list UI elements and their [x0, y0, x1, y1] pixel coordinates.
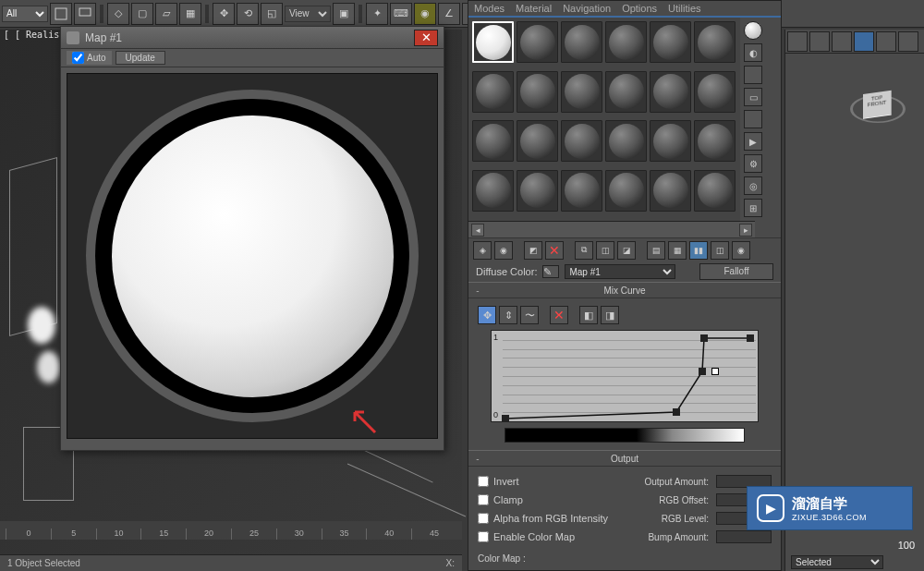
scale-point-icon[interactable]: ⇕ [499, 306, 517, 324]
selection-filter-dropdown[interactable]: All [2, 6, 48, 22]
sample-slot[interactable] [605, 170, 647, 212]
add-point-icon[interactable]: 〜 [520, 306, 539, 324]
make-preview-icon[interactable]: ▶ [744, 132, 762, 151]
selection-set-dropdown[interactable]: Selected [791, 555, 883, 569]
snap-edge-icon[interactable]: ▢ [131, 3, 153, 25]
sample-hscrollbar[interactable]: ◂ ▸ [468, 221, 755, 237]
map-type-button[interactable]: Falloff [699, 263, 773, 280]
backlight-icon[interactable]: ◐ [744, 43, 762, 62]
curve-point[interactable] [673, 408, 680, 416]
assign-material-icon[interactable]: ◩ [524, 241, 542, 260]
viewcube[interactable]: TOPFRONT [850, 81, 906, 137]
go-forward-icon[interactable]: ◉ [732, 241, 750, 260]
snap-toggle-icon[interactable]: ◉ [414, 3, 436, 25]
sample-slot[interactable] [605, 21, 647, 63]
snap-vertex-icon[interactable]: ◇ [107, 3, 129, 25]
scale-tool-icon[interactable]: ◱ [261, 3, 283, 25]
menu-modes[interactable]: Modes [474, 3, 505, 14]
render-tab-icon[interactable] [854, 31, 874, 52]
manipulate-icon[interactable]: ✦ [366, 3, 388, 25]
menu-options[interactable]: Options [622, 3, 657, 14]
options-gear-icon[interactable]: ⚙ [744, 154, 762, 173]
move-point-icon[interactable]: ✥ [478, 306, 496, 324]
dialog-close-button[interactable]: ✕ [414, 30, 438, 46]
sample-uv-icon[interactable]: ▭ [744, 88, 762, 106]
pivot-center-icon[interactable]: ▣ [333, 3, 355, 25]
map-name-dropdown[interactable]: Map #1 [565, 264, 675, 279]
bump-amount-spinner[interactable] [716, 530, 772, 543]
sample-slot[interactable] [605, 71, 647, 113]
menu-material[interactable]: Material [516, 3, 552, 14]
scroll-left-icon[interactable]: ◂ [471, 224, 484, 237]
sample-slot[interactable] [472, 71, 514, 113]
enable-colormap-checkbox[interactable]: Enable Color Map [478, 531, 640, 542]
time-slider[interactable]: 0 5 10 15 20 25 30 35 40 45 [0, 521, 462, 540]
mix-curve-rollout-head[interactable]: - Mix Curve [468, 282, 781, 298]
menu-utilities[interactable]: Utilities [668, 3, 700, 14]
select-rect-icon[interactable] [50, 3, 72, 25]
snap-grid-icon[interactable]: ▦ [179, 3, 201, 25]
clamp-checkbox[interactable]: Clamp [478, 494, 651, 505]
sample-slot[interactable] [605, 120, 647, 162]
reference-coord-dropdown[interactable]: View [285, 6, 331, 22]
move-tool-icon[interactable]: ✥ [213, 3, 235, 25]
menu-navigation[interactable]: Navigation [563, 3, 611, 14]
curve-point[interactable] [502, 415, 509, 422]
put-to-library-icon[interactable]: ◪ [617, 241, 636, 260]
sample-type-icon[interactable] [744, 21, 762, 40]
sample-slot[interactable] [472, 170, 514, 212]
snap-face-icon[interactable]: ▱ [155, 3, 177, 25]
sample-slot[interactable] [650, 120, 691, 162]
reset-curve-icon[interactable]: ◧ [579, 306, 598, 324]
sample-slot[interactable] [694, 170, 736, 212]
mix-curve-graph[interactable]: 1 0 [491, 330, 759, 422]
video-color-icon[interactable] [744, 110, 762, 128]
utilities-tab-icon[interactable] [898, 31, 918, 52]
create-tab-icon[interactable] [787, 31, 808, 52]
corner-point-icon[interactable]: ◨ [601, 306, 619, 324]
dialog-titlebar[interactable]: Map #1 ✕ [61, 27, 444, 49]
make-copy-icon[interactable]: ⧉ [575, 241, 593, 260]
sample-slot[interactable] [561, 170, 602, 212]
update-button[interactable]: Update [116, 51, 165, 65]
select-by-material-icon[interactable]: ◎ [744, 176, 762, 195]
put-to-scene-icon[interactable]: ◉ [494, 241, 513, 260]
alpha-rgb-checkbox[interactable]: Alpha from RGB Intensity [478, 513, 654, 524]
invert-checkbox[interactable]: Invert [478, 476, 638, 487]
auto-update-checkbox[interactable]: Auto [67, 51, 112, 65]
rotate-tool-icon[interactable]: ⟲ [237, 3, 259, 25]
angle-snap-icon[interactable]: ∠ [438, 3, 460, 25]
curve-handle[interactable] [711, 368, 719, 375]
sample-slot[interactable] [472, 120, 514, 162]
sample-slot[interactable] [517, 170, 558, 212]
sample-slot[interactable] [650, 71, 691, 113]
curve-point[interactable] [699, 368, 706, 375]
sample-slot[interactable] [561, 71, 602, 113]
select-window-icon[interactable] [74, 3, 96, 25]
curve-point[interactable] [747, 334, 754, 342]
sample-slot[interactable] [561, 21, 602, 63]
output-rollout-head[interactable]: - Output [468, 450, 781, 467]
keyboard-icon[interactable]: ⌨ [390, 3, 412, 25]
sample-slot[interactable] [517, 21, 558, 63]
material-id-icon[interactable]: ▤ [647, 241, 665, 260]
make-unique-icon[interactable]: ◫ [596, 241, 614, 260]
sample-slot[interactable] [561, 120, 602, 162]
display-tab-icon[interactable] [876, 31, 896, 52]
hierarchy-tab-icon[interactable] [832, 31, 852, 52]
sample-slot[interactable] [694, 21, 736, 63]
go-to-parent-icon[interactable]: ◫ [711, 241, 729, 260]
sample-slot[interactable] [517, 120, 558, 162]
sample-slot[interactable] [650, 170, 691, 212]
material-map-nav-icon[interactable]: ⊞ [744, 199, 762, 217]
sample-slot[interactable] [694, 71, 736, 113]
sample-slot[interactable] [694, 120, 736, 162]
reset-map-icon[interactable]: ✕ [545, 241, 564, 260]
delete-point-icon[interactable]: ✕ [550, 306, 568, 324]
scroll-right-icon[interactable]: ▸ [739, 224, 752, 237]
modify-tab-icon[interactable] [809, 31, 830, 52]
get-material-icon[interactable]: ◈ [473, 241, 492, 260]
sample-slot[interactable] [650, 21, 691, 63]
sample-slot[interactable] [517, 71, 558, 113]
show-end-result-icon[interactable]: ▮▮ [689, 241, 708, 260]
